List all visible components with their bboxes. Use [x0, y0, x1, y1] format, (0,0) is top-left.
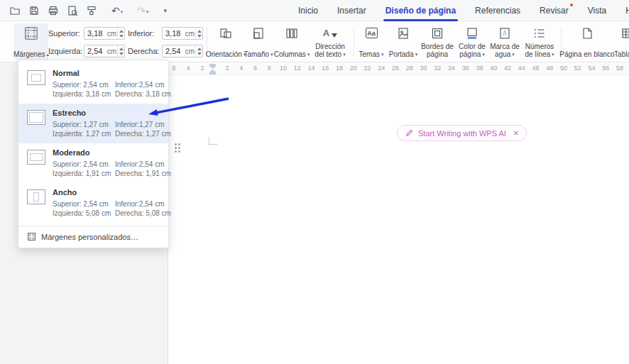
margins-dropdown: Normal Superior: 2,54 cmInferior:2,54 cm… — [18, 60, 169, 248]
superior-stepper[interactable] — [117, 28, 124, 39]
tab-diseno-de-pagina[interactable]: Diseño de página — [385, 0, 456, 21]
preset-izquierda: Izquierda: 5,08 cm — [53, 209, 115, 218]
text-direction-button[interactable]: A Dirección del texto▾ — [310, 23, 351, 60]
derecha-input[interactable]: 2,54 cm — [162, 45, 203, 57]
margin-preset-normal[interactable]: Normal Superior: 2,54 cmInferior:2,54 cm… — [18, 64, 168, 104]
page-color-icon — [466, 26, 478, 40]
ruler-number: 36 — [462, 65, 469, 72]
ruler-number: 12 — [294, 65, 301, 72]
caret-down-icon: ▾ — [415, 52, 418, 57]
orientation-button[interactable]: Orientación▾ — [209, 23, 243, 60]
orientation-label: Orientación▾ — [206, 50, 246, 58]
quick-access-toolbar: ↶ ▾ ↷ ▾ ▾ — [0, 5, 167, 16]
ruler-number: 14 — [307, 65, 314, 72]
tab-insertar[interactable]: Insertar — [337, 0, 366, 21]
superior-value: 3,18 — [84, 29, 107, 38]
ruler-number: 42 — [504, 65, 511, 72]
tab-inicio[interactable]: Inicio — [298, 0, 318, 21]
margin-preset-moderado[interactable]: Moderado Superior: 2,54 cmInferior:2,54 … — [18, 143, 168, 183]
redo-button[interactable]: ↷ ▾ — [137, 6, 148, 16]
inferior-unit: cm — [185, 30, 195, 38]
blank-page-icon — [581, 26, 594, 40]
page-color-button[interactable]: Color de página▾ — [456, 23, 488, 60]
watermark-button[interactable]: Marca de agua▾ — [489, 23, 520, 60]
ruler-number: 18 — [336, 65, 343, 72]
preset-derecha: Derecha: 5,08 cm — [115, 209, 171, 218]
ruler-number: 30 — [420, 65, 427, 72]
ruler-number: 26 — [392, 65, 399, 72]
superior-label: Superior: — [48, 29, 81, 38]
margin-preset-ancho-icon — [27, 189, 45, 204]
print-preview-icon[interactable] — [67, 5, 78, 16]
preset-inferior: Inferior:2,54 cm — [115, 80, 171, 89]
close-icon[interactable]: × — [513, 128, 519, 138]
wps-ai-label: Start Writing with WPS AI — [418, 129, 506, 138]
preset-superior: Superior: 1,27 cm — [53, 120, 115, 129]
superior-input[interactable]: 3,18 cm — [84, 27, 125, 40]
preset-inferior: Inferior:2,54 cm — [115, 199, 171, 209]
tab-label: Inicio — [298, 6, 318, 16]
margins-button[interactable]: Márgenes▴ — [14, 23, 48, 60]
customize-toolbar-chevron-icon[interactable]: ▾ — [164, 7, 168, 14]
izquierda-stepper[interactable] — [117, 45, 124, 57]
watermark-icon — [498, 26, 511, 40]
tab-vista[interactable]: Vista — [588, 0, 606, 21]
ribbon-tabs: Inicio Insertar Diseño de página Referen… — [298, 0, 629, 21]
inferior-stepper[interactable] — [195, 28, 202, 39]
caret-down-icon: ▾ — [270, 52, 273, 57]
tab-herramientas[interactable]: Herramientas — [625, 0, 629, 21]
custom-margins-label: Márgenes personalizados… — [41, 233, 138, 241]
ruler-number: 38 — [476, 65, 483, 72]
page-borders-label: Bordes de página — [420, 43, 454, 58]
cover-page-button[interactable]: Portada▾ — [388, 23, 419, 60]
table-button[interactable]: Tabla de — [613, 23, 629, 60]
tab-referencias[interactable]: Referencias — [475, 0, 520, 21]
preset-derecha: Derecha: 3,18 cm — [115, 89, 171, 99]
ruler-number: 44 — [518, 65, 525, 72]
caret-down-icon: ▾ — [552, 52, 554, 57]
redo-caret-icon[interactable]: ▾ — [146, 9, 149, 16]
horizontal-ruler[interactable]: 642 246810121416182022242628303234363840… — [168, 62, 629, 75]
print-icon[interactable] — [48, 5, 59, 16]
ruler-number: 24 — [378, 65, 385, 72]
orientation-icon — [219, 26, 232, 40]
ruler-number: 56 — [602, 65, 609, 72]
folder-open-icon[interactable] — [9, 5, 21, 16]
drag-handle[interactable] — [175, 143, 180, 153]
line-numbers-label: Números de línea▾ — [522, 43, 557, 58]
undo-button[interactable]: ↶ ▾ — [111, 6, 123, 16]
page-borders-button[interactable]: Bordes de página — [420, 23, 455, 60]
ruler-number: 4 — [239, 65, 243, 72]
izquierda-label: Izquierda: — [48, 47, 81, 55]
tab-label: Vista — [588, 6, 606, 16]
ruler-number: 6 — [172, 65, 175, 72]
derecha-stepper[interactable] — [195, 45, 202, 57]
size-button[interactable]: Tamaño▾ — [243, 23, 274, 60]
ruler-number: 22 — [363, 65, 371, 72]
themes-label: Temas▾ — [359, 50, 384, 58]
columns-button[interactable]: Columnas▾ — [274, 23, 310, 60]
margin-preset-estrecho[interactable]: Estrecho Superior: 1,27 cmInferior:1,27 … — [18, 104, 168, 143]
margin-corner-mark — [209, 137, 217, 145]
preset-derecha: Derecha: 1,27 cm — [115, 129, 171, 138]
save-icon[interactable] — [28, 5, 40, 16]
superior-unit: cm — [107, 30, 117, 38]
undo-caret-icon[interactable]: ▾ — [121, 9, 124, 16]
izquierda-input[interactable]: 2,54 cm — [84, 45, 125, 57]
margin-preset-moderado-text: Moderado Superior: 2,54 cmInferior:2,54 … — [53, 148, 171, 178]
preset-superior: Superior: 2,54 cm — [53, 199, 115, 209]
margin-preset-ancho[interactable]: Ancho Superior: 2,54 cmInferior:2,54 cm … — [18, 183, 168, 223]
custom-margins-item[interactable]: Márgenes personalizados… — [18, 226, 168, 248]
themes-button[interactable]: Aa Temas▾ — [356, 23, 386, 60]
tab-revisar[interactable]: Revisar — [540, 0, 569, 21]
format-painter-icon[interactable] — [86, 5, 97, 16]
line-numbers-button[interactable]: Números de línea▾ — [521, 23, 558, 60]
inferior-input[interactable]: 3,18 cm — [162, 27, 203, 40]
wps-ai-pill[interactable]: Start Writing with WPS AI × — [397, 125, 527, 141]
blank-page-button[interactable]: Página en blanco — [558, 23, 616, 60]
ruler-number: 46 — [532, 65, 539, 72]
inferior-value: 3,18 — [163, 29, 185, 38]
document-page[interactable] — [169, 75, 629, 364]
blank-page-label: Página en blanco — [559, 50, 614, 58]
ruler-number: 54 — [588, 65, 595, 72]
